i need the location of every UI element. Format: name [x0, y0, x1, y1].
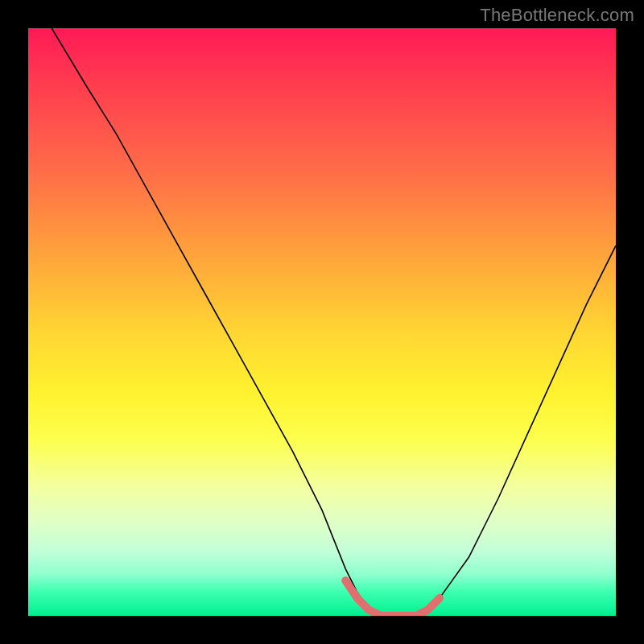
watermark-text: TheBottleneck.com: [480, 5, 634, 26]
chart-frame: TheBottleneck.com: [0, 0, 644, 644]
plot-area: [28, 28, 616, 616]
